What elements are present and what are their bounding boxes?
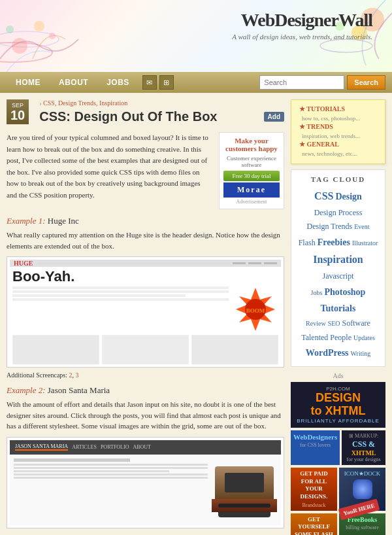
sticky-general: ★ GENERAL — [297, 141, 380, 148]
nav-home[interactable]: HOME — [7, 74, 50, 91]
flash-ad[interactable]: GET YOURSELF SOME FLASH FLASHDEN — [291, 513, 337, 535]
webdesigners-ads: WebDesigners for CSS lovers ⊞ MARKUP: CS… — [291, 430, 385, 465]
nav-jobs[interactable]: JOBS — [97, 74, 139, 91]
tag-photoshop[interactable]: Photoshop — [324, 287, 365, 297]
screenshot2-box: JASON SANTA MARIA ARTICLES PORTFOLIO ABO… — [7, 437, 284, 528]
p2h-ad[interactable]: P2H.COM DESIGN to XHTML BRILLIANTLY AFFO… — [291, 382, 385, 428]
tag-design[interactable]: Design — [335, 192, 361, 201]
ad-subtitle: Customer experience software — [223, 155, 280, 168]
tag-talented-people[interactable]: Talented People — [301, 333, 351, 342]
screencaps-section: Additional Screencaps: 2, 3 — [7, 371, 284, 379]
tag-flash[interactable]: Flash — [299, 238, 316, 247]
screenshot2-body — [10, 455, 281, 525]
tag-seo[interactable]: SEO — [328, 320, 340, 327]
flash-title: GET YOURSELF SOME FLASH — [293, 516, 335, 535]
search-button[interactable]: Search — [347, 75, 385, 90]
ss2-nav-extras: ABOUT — [133, 444, 151, 450]
tag-inspiration[interactable]: Inspiration — [313, 254, 363, 265]
tag-css[interactable]: CSS — [314, 190, 333, 201]
screencap-link-2[interactable]: 2 — [69, 371, 73, 379]
tag-review[interactable]: Review — [306, 320, 326, 327]
p2h-line1: DESIGN to XHTML — [295, 392, 382, 418]
search-area: Search — [259, 75, 385, 90]
article-title-row: CSS: Design Out Of The Box Add — [39, 109, 284, 124]
screenshot1-sub-cols — [12, 335, 278, 364]
ads-title: Ads — [291, 372, 385, 379]
tag-jobs[interactable]: Jobs — [311, 289, 323, 296]
ad-title: Make your customers happy — [223, 137, 280, 152]
sub-screenshot-3 — [191, 335, 278, 364]
sticky-trends-sub: inspiration, web trends... — [297, 133, 380, 139]
screenshot2-header: JASON SANTA MARIA ARTICLES PORTFOLIO ABO… — [10, 440, 281, 455]
site-title: WebDesignerWall — [232, 10, 372, 31]
sidebar-ad: Make your customers happy Customer exper… — [219, 132, 284, 209]
explosion-graphic: BOOM — [233, 286, 278, 332]
tag-wordpress[interactable]: WordPress — [306, 348, 349, 358]
flash-freebooks-ads: GET YOURSELF SOME FLASH FLASHDEN FreeBoo… — [291, 513, 385, 535]
example1-desc: What really captured my attention on the… — [7, 230, 284, 251]
sticky-note: ★ TUTORIALS how to, css, photoshop... ★ … — [291, 99, 385, 164]
tag-cloud-box: TAG CLOUD CSS Design Design Process Desi… — [291, 169, 385, 367]
site-brand-area: WebDesignerWall A wall of design ideas, … — [232, 10, 372, 41]
wd-css-text: CSS & — [344, 440, 383, 449]
example1-heading: Example 1: Huge Inc — [7, 216, 284, 226]
article-text: Are you tired of your typical columned a… — [7, 132, 212, 209]
ad-trial-button[interactable]: Free 30 day trial — [223, 171, 280, 181]
p2h-sub: BRILLIANTLY AFFORDABLE — [295, 418, 382, 424]
wd-right-sub: for your designs — [344, 457, 383, 462]
tag-cloud: CSS Design Design Process Design Trends … — [297, 187, 380, 361]
screenshot2-main — [10, 455, 281, 525]
tag-cloud-title: TAG CLOUD — [297, 175, 380, 183]
webdesigners-right-ad[interactable]: ⊞ MARKUP: CSS & XHTML for your designs — [342, 430, 385, 465]
ss2-nav-articles: JASON SANTA MARIA — [15, 443, 68, 451]
content-wrapper: SEP 10 › CSS, Design Trends, Inspiration… — [0, 93, 392, 535]
tag-illustrator[interactable]: Illustrator — [352, 239, 378, 247]
sticky-general-sub: news, technology, etc... — [297, 150, 380, 157]
example1-section: Example 1: Huge Inc What really captured… — [7, 216, 284, 368]
rss-icon[interactable]: ⊞ — [159, 75, 174, 90]
sticky-tutorials: ★ TUTORIALS — [297, 105, 380, 112]
tag-design-process[interactable]: Design Process — [314, 208, 363, 217]
date-badge: SEP 10 — [7, 99, 29, 124]
sticky-trends: ★ TRENDS — [297, 123, 380, 130]
freebooks-sub: billing software — [342, 525, 383, 530]
article-meta: › CSS, Design Trends, Inspiration — [39, 99, 284, 107]
example2-heading: Example 2: Jason Santa Maria — [7, 385, 284, 396]
ss2-nav-about: PORTFOLIO — [101, 444, 129, 450]
search-input[interactable] — [259, 75, 344, 90]
tag-design-trends[interactable]: Design Trends — [306, 222, 352, 231]
example2-desc: With the amount of effort and details th… — [7, 399, 284, 432]
navigation-bar: HOME ABOUT JOBS ✉ ⊞ Search — [0, 72, 392, 93]
email-icon[interactable]: ✉ — [142, 75, 157, 90]
date-day: 10 — [10, 109, 25, 122]
screenshot1-content: HUGE Boo-Yah. — [10, 260, 281, 364]
add-button[interactable]: Add — [264, 112, 284, 122]
tag-tutorials[interactable]: Tutorials — [321, 303, 356, 313]
screenshot1-header: HUGE — [10, 260, 281, 267]
screencap-link-3[interactable]: 3 — [76, 371, 79, 379]
screenshot1-body: Boo-Yah. — [10, 267, 281, 364]
tag-event[interactable]: Event — [354, 223, 369, 230]
ss2-nav-portfolio: ARTICLES — [72, 444, 97, 450]
screenshot2-content: JASON SANTA MARIA ARTICLES PORTFOLIO ABO… — [10, 440, 281, 525]
get-paid-text: GET PAID FOR ALL YOUR DESIGNS. — [293, 470, 335, 501]
article-title: CSS: Design Out Of The Box — [39, 109, 258, 124]
sub-screenshot-1 — [12, 335, 99, 364]
webdesigners-left-ad[interactable]: WebDesigners for CSS lovers — [291, 430, 340, 465]
tag-javascript[interactable]: Javascript — [323, 271, 354, 281]
wd-left-sub: for CSS lovers — [293, 442, 337, 448]
site-subtitle: A wall of design ideas, web trends, and … — [232, 33, 372, 41]
main-content: SEP 10 › CSS, Design Trends, Inspiration… — [7, 99, 284, 535]
tag-freebies[interactable]: Freebies — [318, 237, 350, 247]
tag-updates[interactable]: Updates — [353, 334, 375, 341]
site-header: WebDesignerWall A wall of design ideas, … — [0, 0, 392, 72]
nav-about[interactable]: ABOUT — [50, 74, 97, 91]
article-category-link[interactable]: CSS, Design Trends, Inspiration — [43, 99, 127, 107]
sub-screenshot-2 — [102, 335, 189, 364]
ad-logo: Morae — [223, 182, 280, 198]
article-category-icon: › — [39, 99, 41, 107]
huge-headline: Boo-Yah. — [12, 269, 278, 284]
tag-writing[interactable]: Writing — [351, 350, 371, 357]
brandstack-ad[interactable]: GET PAID FOR ALL YOUR DESIGNS. Brandstac… — [291, 468, 337, 511]
tag-software[interactable]: Software — [342, 319, 370, 328]
